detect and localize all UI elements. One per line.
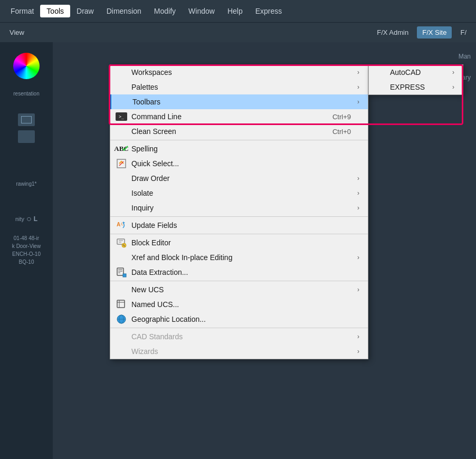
menu-item-xref-editing[interactable]: Xref and Block In-place Editing › (110, 250, 368, 265)
toolbar-icon-2 (18, 130, 35, 143)
svg-text:✎: ✎ (122, 244, 126, 247)
menu-tools[interactable]: Tools (40, 5, 70, 17)
cad-standards-arrow: › (357, 333, 361, 340)
block-editor-icon: ✎ (116, 237, 127, 248)
clean-screen-shortcut: Ctrl+0 (332, 128, 361, 136)
block-editor-label: Block Editor (131, 238, 171, 247)
svg-text:A: A (117, 222, 120, 227)
unit-control: nity ○ L (15, 214, 37, 224)
toolbars-arrow: › (357, 98, 361, 106)
svg-rect-14 (117, 300, 125, 308)
app-body: resentation rawing1* nity ○ L 01-48 48-i… (0, 42, 476, 459)
data-extraction-icon (116, 266, 127, 278)
menu-dimension[interactable]: Dimension (100, 5, 148, 17)
cad-standards-label: CAD Standards (131, 332, 183, 341)
menu-item-inquiry[interactable]: Inquiry › (110, 200, 368, 215)
menu-item-update-fields[interactable]: A C Update Fields (110, 218, 368, 233)
left-sidebar: resentation rawing1* nity ○ L 01-48 48-i… (0, 42, 53, 459)
submenu-item-autocad[interactable]: AutoCAD › (369, 65, 463, 80)
autocad-arrow: › (452, 69, 456, 76)
menu-item-clean-screen[interactable]: Clean Screen Ctrl+0 (110, 124, 368, 139)
drawing-label: resentation (12, 90, 40, 98)
update-fields-icon: A C (116, 219, 127, 231)
update-fields-label: Update Fields (131, 221, 177, 230)
isolate-arrow: › (357, 189, 361, 197)
data-extraction-label: Data Extraction... (131, 268, 188, 276)
menu-item-spelling[interactable]: ABC Spelling (110, 141, 368, 156)
menu-item-toolbars[interactable]: Toolbars › (110, 94, 368, 109)
autocad-label: AutoCAD (390, 68, 421, 77)
menu-help[interactable]: Help (221, 5, 249, 17)
express-arrow: › (452, 83, 456, 91)
draw-order-arrow: › (357, 175, 361, 182)
tab-fx-admin[interactable]: F/X Admin (372, 26, 414, 39)
command-line-label: Command Line (131, 112, 182, 121)
xref-editing-label: Xref and Block In-place Editing (131, 253, 232, 262)
tab-fx-site[interactable]: F/X Site (417, 26, 452, 39)
menu-item-block-editor[interactable]: ✎ Block Editor (110, 235, 368, 250)
menu-item-named-ucs[interactable]: Named UCS... (110, 297, 368, 312)
palettes-arrow: › (357, 83, 361, 91)
main-content: Man Library Workspaces › Palettes › Tool… (53, 42, 476, 459)
menu-express[interactable]: Express (249, 5, 289, 17)
draw-order-label: Draw Order (131, 174, 169, 183)
svg-rect-13 (123, 274, 126, 277)
menu-item-workspaces[interactable]: Workspaces › (110, 65, 368, 80)
drawing-name: rawing1* (15, 180, 38, 188)
geographic-location-label: Geographic Location... (131, 315, 206, 323)
xref-editing-arrow: › (357, 254, 361, 261)
menu-item-palettes[interactable]: Palettes › (110, 80, 368, 94)
palettes-label: Palettes (131, 83, 158, 91)
menu-window[interactable]: Window (182, 5, 221, 17)
right-label-man: Man (459, 53, 471, 60)
toolbar-row: View F/X Admin F/X Site F/ (0, 22, 476, 42)
new-ucs-arrow: › (357, 286, 361, 293)
divider-5 (110, 328, 368, 328)
bottom-labels: 01-48 48-ir k Door-View ENCH-O-10 BQ-10 (11, 234, 42, 266)
new-ucs-label: New UCS (131, 285, 164, 294)
divider-2 (110, 216, 368, 217)
divider-4 (110, 281, 368, 281)
quick-select-icon (116, 158, 127, 169)
wizards-arrow: › (357, 348, 361, 355)
color-wheel-icon (13, 53, 40, 79)
tools-dropdown-menu: Workspaces › Palettes › Toolbars › >_ (110, 64, 368, 359)
menu-item-data-extraction[interactable]: Data Extraction... (110, 265, 368, 280)
workspaces-arrow: › (357, 69, 361, 76)
menu-item-cad-standards[interactable]: CAD Standards › (110, 329, 368, 344)
svg-rect-9 (117, 268, 123, 275)
command-line-shortcut: Ctrl+9 (332, 113, 361, 121)
submenu-item-express[interactable]: EXPRESS › (369, 80, 463, 94)
toolbars-label: Toolbars (132, 98, 160, 106)
menu-item-geographic-location[interactable]: Geographic Location... (110, 312, 368, 327)
tab-view[interactable]: View (4, 26, 30, 39)
menu-item-quick-select[interactable]: Quick Select... (110, 156, 368, 171)
tab-f[interactable]: F/ (455, 26, 472, 39)
divider-1 (110, 140, 368, 140)
menu-item-draw-order[interactable]: Draw Order › (110, 171, 368, 186)
wizards-label: Wizards (131, 347, 158, 356)
clean-screen-label: Clean Screen (131, 127, 176, 136)
named-ucs-label: Named UCS... (131, 300, 179, 309)
quick-select-label: Quick Select... (131, 159, 179, 168)
spelling-label: Spelling (131, 145, 158, 153)
isolate-label: Isolate (131, 189, 153, 197)
workspaces-label: Workspaces (131, 68, 172, 77)
menu-format[interactable]: Format (4, 5, 40, 17)
globe-icon (116, 313, 127, 325)
toolbars-submenu: AutoCAD › EXPRESS › (368, 64, 463, 95)
express-label: EXPRESS (390, 83, 425, 91)
menu-item-new-ucs[interactable]: New UCS › (110, 282, 368, 297)
menu-draw[interactable]: Draw (70, 5, 100, 17)
divider-3 (110, 234, 368, 234)
toolbar-icon-1 (18, 113, 35, 126)
menu-item-wizards[interactable]: Wizards › (110, 344, 368, 359)
spelling-check-mark (122, 145, 128, 153)
menu-item-isolate[interactable]: Isolate › (110, 186, 368, 200)
menu-item-command-line[interactable]: >_ Command Line Ctrl+9 (110, 109, 368, 124)
inquiry-arrow: › (357, 204, 361, 212)
menu-bar: Format Tools Draw Dimension Modify Windo… (0, 0, 476, 22)
command-line-icon: >_ (116, 111, 127, 122)
menu-modify[interactable]: Modify (148, 5, 182, 17)
inquiry-label: Inquiry (131, 204, 154, 212)
